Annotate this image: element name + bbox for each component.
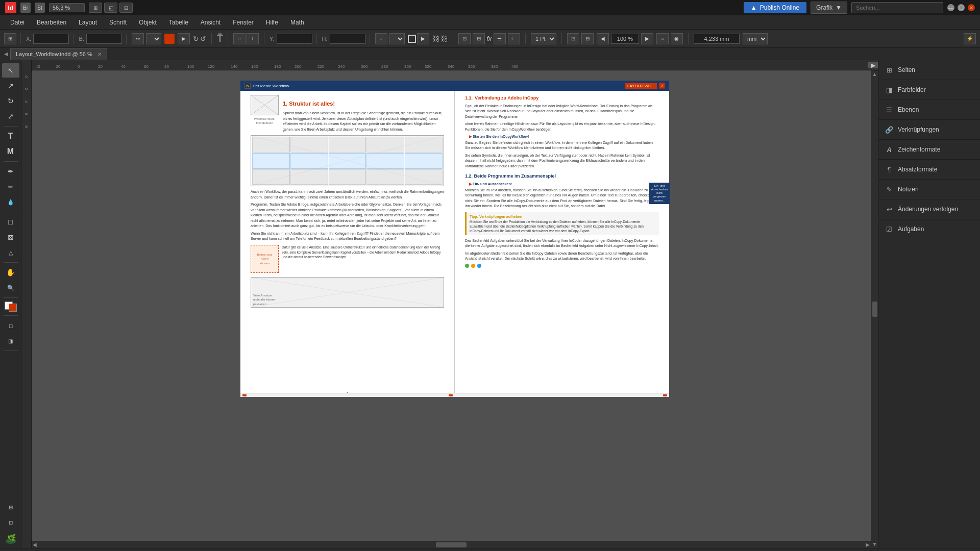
- stroke-color[interactable]: [408, 35, 416, 43]
- frame-edges-btn[interactable]: ⊡: [458, 33, 471, 44]
- flip-v-btn[interactable]: ↕: [247, 33, 259, 44]
- panel-aufgaben[interactable]: ☑ Aufgaben: [878, 219, 980, 239]
- maximize-button[interactable]: ❐: [958, 4, 965, 11]
- close-button[interactable]: ✕: [968, 4, 975, 11]
- tool-rotate[interactable]: ↻: [2, 94, 19, 108]
- scroll-up-btn[interactable]: ▲: [872, 71, 877, 77]
- tool-scale[interactable]: ⤢: [2, 109, 19, 123]
- tool-apply-color[interactable]: ◻: [2, 318, 19, 333]
- unit-select[interactable]: mm: [743, 33, 768, 44]
- preview-btn[interactable]: ⊡: [567, 33, 579, 44]
- panel-absatzformate[interactable]: ¶ Absatzformate: [878, 160, 980, 180]
- tool-frame[interactable]: ⊠: [2, 230, 19, 244]
- stock-icon[interactable]: St: [35, 3, 45, 13]
- tool-shape[interactable]: △: [2, 245, 19, 260]
- tool-mode2[interactable]: ⊡: [2, 515, 19, 530]
- menu-fenster[interactable]: Fenster: [228, 17, 259, 28]
- menu-bearbeiten[interactable]: Bearbeiten: [32, 17, 71, 28]
- menu-schrift[interactable]: Schrift: [104, 17, 132, 28]
- status-dot-green: [465, 264, 469, 268]
- tool-direct-select[interactable]: ↗: [2, 79, 19, 93]
- transform-icon: T̈: [217, 33, 223, 44]
- scroll-indicator[interactable]: ▶: [868, 62, 878, 68]
- scroll-h-thumb[interactable]: [436, 542, 467, 547]
- screen-btn1[interactable]: ○: [656, 33, 669, 44]
- panel-farbfelder[interactable]: ◨ Farbfelder: [878, 80, 980, 100]
- document-tab[interactable]: Layout_Workflow.indd @ 56 % ✕: [10, 48, 107, 60]
- view-btn-3[interactable]: ⊟: [119, 3, 133, 13]
- menu-math[interactable]: Math: [285, 17, 309, 28]
- panel-ebenen[interactable]: ☰ Ebenen: [878, 100, 980, 120]
- canvas-content[interactable]: 6 Der ideale Workflow LAYOUT WO... 7: [32, 70, 878, 548]
- bridge-icon[interactable]: Br: [20, 3, 31, 13]
- mm-input[interactable]: [694, 34, 740, 44]
- tool-rect[interactable]: □: [2, 215, 19, 229]
- panel-aenderungen[interactable]: ↩ Änderungen verfolgen: [878, 199, 980, 219]
- zoom-control[interactable]: [49, 3, 85, 12]
- view-btn-1[interactable]: ⊞: [89, 3, 102, 13]
- align-select[interactable]: [146, 33, 161, 44]
- canvas-area[interactable]: -40 -20 0 20 40 60 80 100 120 140 160 18…: [21, 60, 878, 548]
- tool-mode[interactable]: ⊟: [2, 500, 19, 514]
- align-btn[interactable]: ⇔: [132, 33, 144, 44]
- scroll-thumb[interactable]: [872, 302, 877, 317]
- lightning-icon[interactable]: ⚡: [964, 33, 976, 44]
- x-input[interactable]: [33, 34, 69, 44]
- collapse-arrow[interactable]: ◀: [2, 51, 10, 57]
- grid-toggle[interactable]: ⊞: [4, 33, 16, 44]
- b-input[interactable]: [86, 34, 122, 44]
- stroke-btn[interactable]: ▶: [417, 33, 429, 44]
- grafik-dropdown[interactable]: Grafik ▼: [811, 2, 847, 14]
- bottom-frame-x: [251, 278, 444, 307]
- scroll-right[interactable]: ▲ ▼: [871, 70, 878, 548]
- view-btn-2[interactable]: ◱: [104, 3, 117, 13]
- menu-datei[interactable]: Datei: [5, 17, 30, 28]
- panel-seiten[interactable]: ⊞ Seiten: [878, 60, 980, 80]
- tool-select[interactable]: ↖: [2, 63, 19, 78]
- menu-tabelle[interactable]: Tabelle: [164, 17, 193, 28]
- tool-pencil[interactable]: ✏: [2, 180, 19, 194]
- search-input[interactable]: [851, 2, 943, 13]
- color-btn[interactable]: ▶: [178, 33, 190, 44]
- bottom-tools: ⊟ ⊡ 🌿: [2, 500, 19, 545]
- tool-eyedrop[interactable]: 💧: [2, 195, 19, 209]
- tool-pen[interactable]: ✒: [2, 164, 19, 179]
- y-input[interactable]: [277, 34, 312, 44]
- zeichenformate-label: Zeichenformate: [898, 146, 940, 153]
- tool-zoom[interactable]: 🔍: [2, 281, 19, 295]
- panel-zeichenformate[interactable]: A Zeichenformate: [878, 140, 980, 160]
- menu-hilfe[interactable]: Hilfe: [261, 17, 283, 28]
- scroll-bottom[interactable]: ◀ ▶: [32, 541, 871, 548]
- color-swatches[interactable]: [4, 300, 18, 313]
- panel-notizen[interactable]: ✎ Notizen: [878, 180, 980, 199]
- zoom-input[interactable]: [611, 34, 639, 44]
- h-input[interactable]: [330, 34, 365, 44]
- publish-button[interactable]: ▲ Publish Online: [744, 2, 806, 13]
- tool-text2[interactable]: M: [2, 144, 19, 159]
- scroll-left-btn[interactable]: ◀: [33, 542, 37, 547]
- scroll-down-btn[interactable]: ▼: [872, 541, 877, 547]
- panel-verknuepfungen[interactable]: 🔗 Verknüpfungen: [878, 120, 980, 140]
- align2-select[interactable]: [389, 33, 405, 44]
- scroll-right-btn[interactable]: ▶: [866, 542, 870, 547]
- tool-apply-gradient[interactable]: ◨: [2, 334, 19, 348]
- text-frame-btn[interactable]: ☰: [494, 33, 506, 44]
- menu-objekt[interactable]: Objekt: [134, 17, 162, 28]
- tool-hand[interactable]: ✋: [2, 265, 19, 280]
- minimize-button[interactable]: —: [947, 4, 954, 11]
- menu-ansicht[interactable]: Ansicht: [195, 17, 226, 28]
- lightning-btn[interactable]: ⚡: [964, 33, 976, 44]
- fill-color[interactable]: [164, 34, 175, 44]
- bleed-btn[interactable]: ⊟: [581, 33, 594, 44]
- align2-btn[interactable]: ↕: [375, 33, 387, 44]
- frame-fit-btn[interactable]: ⊟: [473, 33, 485, 44]
- flip-h-btn[interactable]: ↔: [233, 33, 246, 44]
- menu-layout[interactable]: Layout: [74, 17, 102, 28]
- zoom-in-btn[interactable]: ▶: [641, 33, 653, 44]
- zoom-out-btn[interactable]: ◀: [597, 33, 609, 44]
- screen-btn2[interactable]: ◉: [671, 33, 683, 44]
- align-panel-btn[interactable]: ⊨: [508, 33, 520, 44]
- tab-close[interactable]: ✕: [97, 52, 102, 57]
- tool-text[interactable]: T: [2, 129, 19, 143]
- stroke-width-select[interactable]: 1 Pt: [531, 33, 556, 44]
